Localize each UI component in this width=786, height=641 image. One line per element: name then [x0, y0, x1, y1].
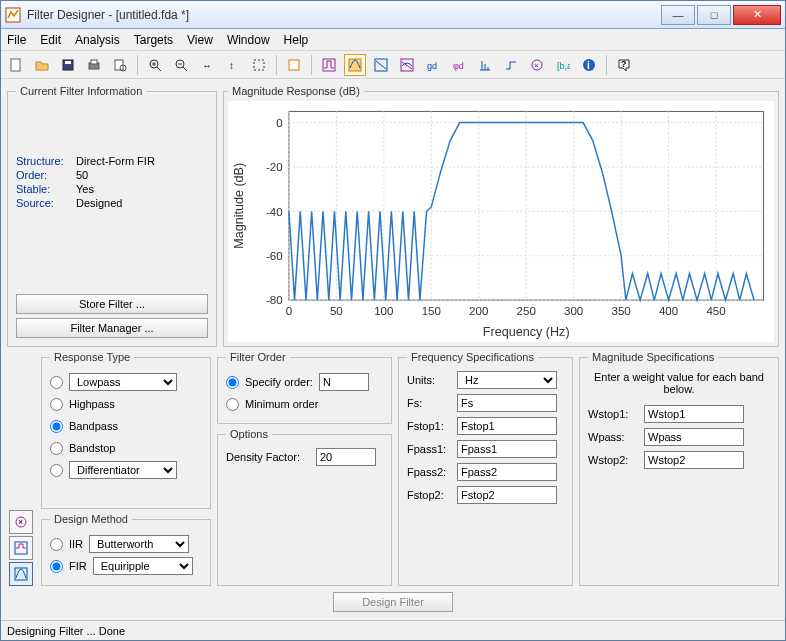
fs-input[interactable]: [457, 394, 557, 412]
differentiator-radio[interactable]: [50, 464, 63, 477]
phase-delay-icon[interactable]: φd: [448, 54, 470, 76]
mag-spec-legend: Magnitude Specifications: [588, 351, 718, 363]
open-icon[interactable]: [31, 54, 53, 76]
pole-zero-icon[interactable]: ×: [526, 54, 548, 76]
specify-order-radio[interactable]: [226, 376, 239, 389]
frequency-spec-panel: Frequency Specifications Units:Hz Fs: Fs…: [398, 351, 573, 586]
order-label: Order:: [16, 169, 76, 181]
svg-text:gd: gd: [427, 61, 437, 71]
svg-text:-60: -60: [266, 250, 283, 262]
menu-analysis[interactable]: Analysis: [75, 33, 120, 47]
menu-help[interactable]: Help: [284, 33, 309, 47]
bandpass-radio[interactable]: [50, 420, 63, 433]
wstop2-input[interactable]: [644, 451, 744, 469]
bandstop-label: Bandstop: [69, 442, 115, 454]
fstop1-input[interactable]: [457, 417, 557, 435]
structure-value: Direct-Form FIR: [76, 155, 155, 167]
titlebar[interactable]: Filter Designer - [untitled.fda *] — □ ✕: [1, 1, 785, 29]
source-value: Designed: [76, 197, 122, 209]
bandstop-radio[interactable]: [50, 442, 63, 455]
filter-manager-button[interactable]: Filter Manager ...: [16, 318, 208, 338]
mag-response-legend: Magnitude Response (dB): [228, 85, 364, 97]
svg-text:250: 250: [517, 305, 536, 317]
svg-text:×: ×: [534, 61, 539, 70]
menu-edit[interactable]: Edit: [40, 33, 61, 47]
svg-text:200: 200: [469, 305, 488, 317]
svg-text:100: 100: [374, 305, 393, 317]
zoom-out-icon[interactable]: [170, 54, 192, 76]
fs-label: Fs:: [407, 397, 451, 409]
phase-response-icon[interactable]: [370, 54, 392, 76]
context-help-icon[interactable]: ?: [613, 54, 635, 76]
svg-text:300: 300: [564, 305, 583, 317]
fpass1-input[interactable]: [457, 440, 557, 458]
svg-text:-80: -80: [266, 294, 283, 306]
svg-line-9: [157, 67, 161, 71]
sidebar-btn-3[interactable]: [9, 562, 33, 586]
window-title: Filter Designer - [untitled.fda *]: [27, 8, 661, 22]
menu-file[interactable]: File: [7, 33, 26, 47]
fir-radio[interactable]: [50, 560, 63, 573]
svg-text:50: 50: [330, 305, 343, 317]
step-response-icon[interactable]: [500, 54, 522, 76]
svg-rect-17: [254, 60, 264, 70]
sidebar-btn-2[interactable]: [9, 536, 33, 560]
svg-text:0: 0: [286, 305, 292, 317]
svg-line-13: [183, 67, 187, 71]
wpass-label: Wpass:: [588, 431, 638, 443]
design-panels: Response Type Lowpass Highpass Bandpass …: [41, 351, 779, 586]
group-delay-icon[interactable]: gd: [422, 54, 444, 76]
zoom-in-icon[interactable]: [144, 54, 166, 76]
lowpass-dropdown[interactable]: Lowpass: [69, 373, 177, 391]
source-label: Source:: [16, 197, 76, 209]
magnitude-response-icon[interactable]: [344, 54, 366, 76]
iir-radio[interactable]: [50, 538, 63, 551]
filter-specs-icon[interactable]: [318, 54, 340, 76]
svg-text:×: ×: [18, 517, 23, 527]
sidebar-btn-1[interactable]: ×: [9, 510, 33, 534]
minimum-order-radio[interactable]: [226, 398, 239, 411]
specify-order-label: Specify order:: [245, 376, 313, 388]
svg-text:-40: -40: [266, 206, 283, 218]
store-filter-button[interactable]: Store Filter ...: [16, 294, 208, 314]
iir-dropdown[interactable]: Butterworth: [89, 535, 189, 553]
design-method-legend: Design Method: [50, 513, 132, 525]
filter-info-legend: Current Filter Information: [16, 85, 146, 97]
print-preview-icon[interactable]: [109, 54, 131, 76]
new-icon[interactable]: [5, 54, 27, 76]
impulse-response-icon[interactable]: [474, 54, 496, 76]
svg-text:450: 450: [706, 305, 725, 317]
filter-info-icon[interactable]: i: [578, 54, 600, 76]
fstop2-input[interactable]: [457, 486, 557, 504]
units-dropdown[interactable]: Hz: [457, 371, 557, 389]
menu-view[interactable]: View: [187, 33, 213, 47]
design-filter-button[interactable]: Design Filter: [333, 592, 453, 612]
minimize-button[interactable]: —: [661, 5, 695, 25]
svg-text:Magnitude (dB): Magnitude (dB): [232, 163, 246, 249]
options-legend: Options: [226, 428, 272, 440]
save-icon[interactable]: [57, 54, 79, 76]
lowpass-radio[interactable]: [50, 376, 63, 389]
fir-dropdown[interactable]: Equiripple: [93, 557, 193, 575]
print-icon[interactable]: [83, 54, 105, 76]
restore-view-icon[interactable]: [248, 54, 270, 76]
differentiator-dropdown[interactable]: Differentiator: [69, 461, 177, 479]
menu-targets[interactable]: Targets: [134, 33, 173, 47]
specify-order-input[interactable]: [319, 373, 369, 391]
svg-rect-3: [65, 61, 71, 64]
menu-window[interactable]: Window: [227, 33, 270, 47]
zoom-x-icon[interactable]: ↔: [196, 54, 218, 76]
full-view-icon[interactable]: [283, 54, 305, 76]
filter-coeffs-icon[interactable]: [b,a]: [552, 54, 574, 76]
zoom-y-icon[interactable]: ↕: [222, 54, 244, 76]
highpass-radio[interactable]: [50, 398, 63, 411]
density-input[interactable]: [316, 448, 376, 466]
fpass2-input[interactable]: [457, 463, 557, 481]
wstop1-input[interactable]: [644, 405, 744, 423]
filter-order-legend: Filter Order: [226, 351, 290, 363]
wpass-input[interactable]: [644, 428, 744, 446]
maximize-button[interactable]: □: [697, 5, 731, 25]
mag-phase-icon[interactable]: [396, 54, 418, 76]
magnitude-chart[interactable]: 0501001502002503003504004500-20-40-60-80…: [228, 101, 774, 342]
close-button[interactable]: ✕: [733, 5, 781, 25]
